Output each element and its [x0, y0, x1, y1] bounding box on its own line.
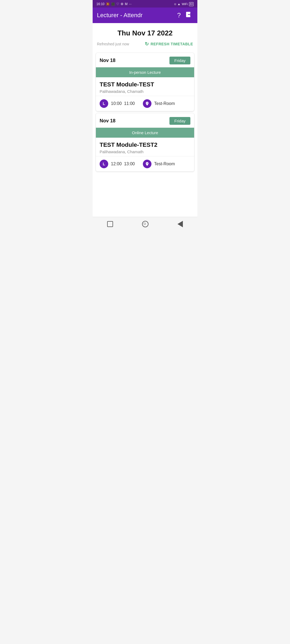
refresh-button-label: REFRESH TIMETABLE — [151, 42, 193, 46]
card-1-date: Nov 18 — [100, 58, 115, 63]
card-2-location-icon — [143, 160, 151, 168]
card-1-header: Nov 18 Friday — [96, 53, 194, 67]
nav-back-button[interactable] — [177, 221, 183, 227]
status-time: 16:10 — [96, 2, 104, 6]
logout-icon — [186, 11, 193, 18]
triangle-icon — [177, 221, 183, 227]
card-1-location-section: Test-Room — [143, 99, 175, 108]
lecture-card-1: Nov 18 Friday In-person Lecture TEST Mod… — [96, 53, 194, 111]
refresh-timetable-button[interactable]: ↻ REFRESH TIMETABLE — [145, 41, 193, 47]
signal-icon: ▲ — [177, 2, 180, 6]
refresh-row: Refreshed just now ↻ REFRESH TIMETABLE — [93, 40, 197, 51]
card-1-module-name: TEST Module-TEST — [100, 81, 190, 88]
settings-icon: ⚙ — [121, 2, 124, 6]
card-2-room: Test-Room — [154, 162, 175, 166]
lecture-card-2: Nov 18 Friday Online Lecture TEST Module… — [96, 113, 194, 171]
nav-home-button[interactable] — [142, 221, 149, 228]
card-2-day-badge: Friday — [169, 117, 190, 125]
circle-icon — [142, 221, 149, 228]
mail-icon: M — [125, 2, 128, 6]
card-1-time-text: 10:00 11:00 — [111, 101, 135, 106]
square-icon — [107, 221, 113, 227]
bottom-nav — [93, 217, 197, 231]
help-button[interactable]: ? — [177, 12, 181, 19]
card-2-date: Nov 18 — [100, 118, 115, 124]
card-1-time-section: L 10:00 11:00 — [100, 99, 135, 108]
pin-icon — [145, 101, 149, 106]
status-right: ⎊ ▲ WiFi 83 — [174, 2, 194, 6]
card-2-time-location: L 12:00 13:00 Test-Room — [96, 156, 194, 171]
mute-icon: 🔕 — [106, 2, 110, 6]
card-1-room: Test-Room — [154, 101, 175, 106]
card-2-time-section: L 12:00 13:00 — [100, 160, 135, 168]
more-icon: ··· — [129, 2, 132, 6]
card-1-time-icon: L — [100, 99, 108, 108]
battery-level: 83 — [190, 3, 193, 6]
status-bar: 16:10 🔕 ⬛ ♡ ⚙ M ··· ⎊ ▲ WiFi 83 — [93, 0, 197, 8]
wifi-icon: WiFi — [182, 2, 188, 6]
nav-square-button[interactable] — [107, 221, 113, 227]
card-2-lecture-type: Online Lecture — [96, 128, 194, 138]
card-2-module-name: TEST Module-TEST2 — [100, 141, 190, 148]
heart-icon: ♡ — [116, 2, 119, 6]
logout-button[interactable] — [186, 11, 193, 20]
refresh-icon: ↻ — [145, 41, 149, 47]
card-2-location-section: Test-Room — [143, 160, 175, 168]
card-1-time-location: L 10:00 11:00 Test-Room — [96, 96, 194, 111]
main-content: Thu Nov 17 2022 Refreshed just now ↻ REF… — [93, 23, 197, 217]
card-2-header: Nov 18 Friday — [96, 113, 194, 128]
pin-icon-2 — [145, 162, 149, 166]
card-1-location-icon — [143, 99, 151, 108]
card-1-lecturer: Palihawadana, Chamath — [100, 89, 190, 94]
app-title: Lecturer - Attendr — [97, 12, 143, 19]
current-date: Thu Nov 17 2022 — [93, 23, 197, 40]
nfc-icon: ⬛ — [111, 2, 115, 6]
card-2-module-info: TEST Module-TEST2 Palihawadana, Chamath — [96, 138, 194, 156]
app-bar-actions: ? — [177, 11, 193, 20]
card-2-time-icon: L — [100, 160, 108, 168]
status-left: 16:10 🔕 ⬛ ♡ ⚙ M ··· — [96, 2, 132, 6]
card-1-lecture-type: In-person Lecture — [96, 67, 194, 77]
battery-icon: 83 — [189, 2, 194, 6]
card-2-lecturer: Palihawadana, Chamath — [100, 149, 190, 154]
card-2-time-text: 12:00 13:00 — [111, 162, 135, 166]
card-1-day-badge: Friday — [169, 57, 190, 64]
bluetooth-icon: ⎊ — [174, 2, 176, 6]
refresh-status: Refreshed just now — [97, 42, 129, 46]
app-bar: Lecturer - Attendr ? — [93, 8, 197, 23]
card-1-module-info: TEST Module-TEST Palihawadana, Chamath — [96, 77, 194, 96]
